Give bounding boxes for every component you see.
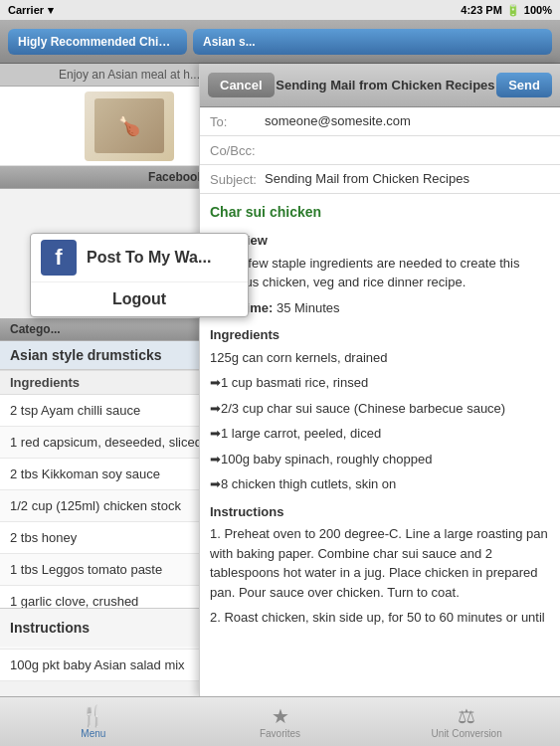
email-panel: Cancel Sending Mail from Chicken Recipes… — [199, 64, 560, 696]
facebook-dropdown: f Post To My Wa... Logout — [30, 233, 249, 317]
tab-menu[interactable]: 🍴 Menu — [0, 700, 187, 743]
status-time: 4:23 PM 🔋 100% — [461, 4, 552, 17]
nav-title[interactable]: Higly Recommended Chicken Recipes — [8, 29, 187, 55]
facebook-logo: f — [41, 240, 77, 276]
email-ingredient-item: ➡2/3 cup char sui sauce (Chinese barbecu… — [210, 399, 550, 419]
email-title: Sending Mail from Chicken Recipes — [275, 78, 497, 93]
facebook-post-row[interactable]: f Post To My Wa... — [31, 234, 248, 282]
tab-favorites-label: Favorites — [260, 728, 300, 739]
nav-subtitle[interactable]: Asian s... — [193, 29, 552, 55]
email-recipe-name: Char sui chicken — [210, 202, 550, 223]
email-cc-label: Co/Bcc: — [210, 142, 265, 158]
unit-conversion-icon: ⚖ — [458, 704, 475, 728]
status-carrier: Carrier ▾ — [8, 4, 54, 17]
email-overview-header: Overview — [210, 231, 550, 251]
email-subject-value[interactable]: Sending Mail from Chicken Recipes — [265, 171, 550, 186]
email-prep-value: 35 Minutes — [277, 300, 340, 315]
tab-menu-label: Menu — [81, 728, 105, 739]
facebook-post-label: Post To My Wa... — [87, 249, 211, 267]
status-bar: Carrier ▾ 4:23 PM 🔋 100% — [0, 0, 560, 20]
favorites-icon: ★ — [272, 704, 289, 728]
email-overview-text: Just a few staple ingredients are needed… — [210, 254, 550, 292]
email-ingredients-header: Ingredients — [210, 325, 550, 345]
email-subject-label: Subject: — [210, 171, 265, 187]
tab-bar: 🍴 Menu ★ Favorites ⚖ Unit Conversion — [0, 696, 560, 746]
email-to-value[interactable]: someone@somesite.com — [265, 113, 550, 128]
email-instruction-item: 2. Roast chicken, skin side up, for 50 t… — [210, 608, 550, 628]
email-nav: Cancel Sending Mail from Chicken Recipes… — [200, 64, 560, 107]
email-to-field: To: someone@somesite.com — [200, 107, 560, 136]
email-body: Char sui chicken Overview Just a few sta… — [200, 194, 560, 628]
email-ingredient-item: ➡1 cup basmati rice, rinsed — [210, 373, 550, 393]
email-ingredient-item: ➡8 chicken thigh cutlets, skin on — [210, 474, 550, 494]
email-ingredient-item: 125g can corn kernels, drained — [210, 348, 550, 368]
tab-unit-conversion[interactable]: ⚖ Unit Conversion — [373, 700, 560, 743]
recipe-image: 🍗 — [85, 92, 174, 161]
menu-icon: 🍴 — [81, 704, 105, 728]
email-ingredients-list: 125g can corn kernels, drained➡1 cup bas… — [210, 348, 550, 494]
email-ingredient-item: ➡100g baby spinach, roughly chopped — [210, 450, 550, 469]
nav-bar: Higly Recommended Chicken Recipes Asian … — [0, 20, 560, 64]
email-cc-field: Co/Bcc: — [200, 136, 560, 165]
instructions-label: Instructions — [10, 620, 90, 636]
email-instruction-item: 1. Preheat oven to 200 degree-C. Line a … — [210, 524, 550, 602]
email-cancel-button[interactable]: Cancel — [208, 73, 275, 97]
email-instructions-text: 1. Preheat oven to 200 degree-C. Line a … — [210, 524, 550, 628]
email-ingredient-item: ➡1 large carrot, peeled, diced — [210, 424, 550, 444]
recipe-image-inner: 🍗 — [94, 98, 164, 153]
email-send-button[interactable]: Send — [496, 73, 552, 97]
tab-favorites[interactable]: ★ Favorites — [187, 700, 374, 743]
email-subject-field: Subject: Sending Mail from Chicken Recip… — [200, 165, 560, 194]
email-instructions-header: Instructions — [210, 502, 550, 522]
email-prep-time: PrepTime: 35 Minutes — [210, 298, 550, 318]
facebook-logout-button[interactable]: Logout — [31, 282, 248, 316]
email-to-label: To: — [210, 113, 265, 129]
tab-unit-conversion-label: Unit Conversion — [432, 728, 502, 739]
